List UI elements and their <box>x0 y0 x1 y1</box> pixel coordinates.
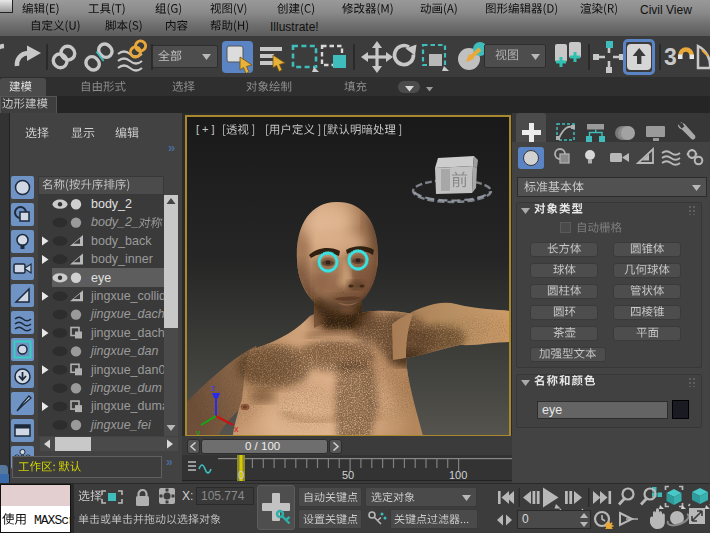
svg-text:100: 100 <box>449 469 467 481</box>
svg-text:0: 0 <box>238 469 244 481</box>
svg-text:50: 50 <box>342 469 354 481</box>
